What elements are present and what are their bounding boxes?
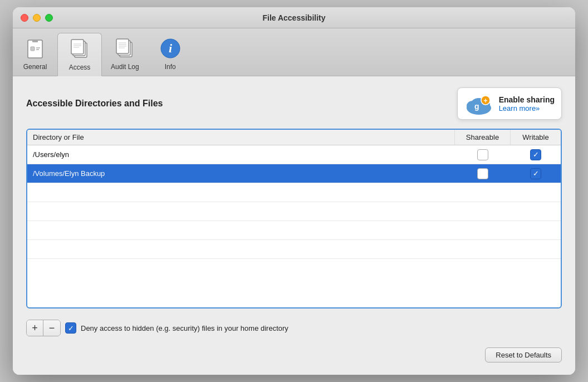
table-header: Directory or File Shareable Writable: [27, 130, 561, 145]
tab-info-label: Info: [165, 63, 176, 71]
access-icon: [67, 37, 92, 61]
tab-general[interactable]: General: [13, 33, 57, 76]
table-row-empty: [27, 202, 561, 221]
section-header: Accessible Directories and Files g +: [26, 87, 562, 120]
table-row-empty: [27, 240, 561, 259]
maximize-button[interactable]: [45, 14, 53, 22]
svg-rect-1: [32, 40, 38, 42]
table-row-empty: [27, 221, 561, 240]
checkmark-icon: ✓: [68, 325, 74, 332]
deny-label: Deny access to hidden (e.g. security) fi…: [81, 324, 288, 332]
writable-checkbox-1[interactable]: ✓: [530, 149, 541, 160]
table-row-empty: [27, 183, 561, 202]
window-controls: [21, 14, 53, 22]
gplus-text: Enable sharing Learn more»: [499, 95, 555, 112]
tab-general-label: General: [23, 63, 47, 71]
row-2-shareable[interactable]: [455, 166, 511, 182]
info-icon: i: [158, 36, 183, 61]
table-body: /Users/elyn ✓ /Volumes/Elyn Backup: [27, 145, 561, 259]
deny-checkbox[interactable]: ✓: [65, 322, 76, 334]
add-remove-group: + −: [26, 320, 61, 336]
writable-checkbox-2[interactable]: ✓: [530, 168, 541, 179]
tab-info[interactable]: i Info: [148, 33, 193, 76]
row-2-path: /Volumes/Elyn Backup: [27, 167, 455, 180]
general-icon: [23, 36, 47, 61]
tab-access-label: Access: [69, 63, 91, 71]
reset-button[interactable]: Reset to Defaults: [485, 347, 562, 363]
remove-button[interactable]: −: [43, 320, 60, 336]
gplus-enable-label: Enable sharing: [499, 95, 555, 104]
checkmark-icon: ✓: [533, 151, 539, 158]
tab-auditlog[interactable]: Audit Log: [102, 33, 148, 76]
checkmark-icon: ✓: [533, 170, 539, 177]
section-title: Accessible Directories and Files: [26, 99, 163, 109]
table-row[interactable]: /Volumes/Elyn Backup ✓: [27, 164, 561, 183]
window-title: File Accessibility: [262, 13, 325, 22]
content-area: Accessible Directories and Files g +: [13, 76, 575, 375]
row-2-writable[interactable]: ✓: [511, 166, 561, 182]
titlebar: File Accessibility: [13, 7, 575, 28]
svg-rect-0: [28, 40, 42, 58]
tab-auditlog-label: Audit Log: [111, 63, 139, 71]
deny-row: ✓ Deny access to hidden (e.g. security) …: [65, 322, 562, 334]
row-1-writable[interactable]: ✓: [511, 147, 561, 163]
col-header-writable: Writable: [511, 130, 561, 145]
shareable-checkbox-1[interactable]: [477, 149, 488, 160]
gplus-learn-link[interactable]: Learn more»: [499, 104, 555, 112]
gplus-banner[interactable]: g + Enable sharing Learn more»: [457, 87, 562, 120]
svg-text:i: i: [169, 41, 173, 55]
auditlog-icon: [112, 36, 137, 61]
main-window: File Accessibility General: [13, 7, 575, 375]
row-1-path: /Users/elyn: [27, 148, 455, 161]
minimize-button[interactable]: [33, 14, 41, 22]
col-header-path: Directory or File: [27, 130, 455, 145]
directory-table: Directory or File Shareable Writable /Us…: [26, 129, 562, 308]
table-row[interactable]: /Users/elyn ✓: [27, 145, 561, 164]
add-button[interactable]: +: [27, 320, 43, 336]
gplus-cloud-icon: g +: [464, 92, 493, 115]
svg-rect-2: [31, 47, 35, 51]
shareable-checkbox-2[interactable]: [477, 168, 488, 179]
col-header-shareable: Shareable: [455, 130, 511, 145]
close-button[interactable]: [21, 14, 28, 22]
bottom-bar: + − ✓ Deny access to hidden (e.g. securi…: [26, 315, 562, 339]
toolbar: General Access: [13, 28, 575, 76]
row-1-shareable[interactable]: [455, 147, 511, 163]
footer-row: Reset to Defaults: [26, 345, 562, 364]
svg-text:+: +: [483, 97, 487, 105]
tab-access[interactable]: Access: [57, 33, 102, 76]
svg-text:g: g: [474, 102, 479, 111]
svg-rect-7: [71, 40, 84, 54]
